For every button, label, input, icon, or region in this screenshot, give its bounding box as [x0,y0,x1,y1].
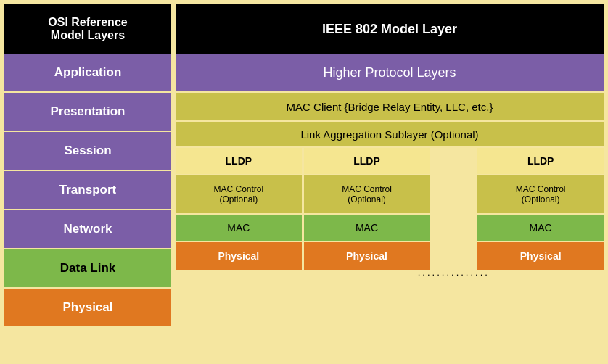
col3-physical: Physical [477,242,604,270]
col1-physical: Physical [176,242,302,270]
col3-mac: MAC [477,215,604,242]
ieee-col-3: LLDP MAC Control(Optional) MAC Physical [477,148,604,360]
osi-layer-physical: Physical [4,289,171,328]
ieee-col-2: LLDP MAC Control(Optional) MAC Physical [304,148,430,360]
col3-mac-control: MAC Control(Optional) [477,175,604,215]
dots-separator: ............... [432,148,475,360]
col1-lldp: LLDP [176,148,302,175]
ieee-header: IEEE 802 Model Layer [176,4,604,54]
ieee-higher-protocol: Higher Protocol Layers [176,54,604,93]
osi-layer-session: Session [4,132,171,171]
ieee-mac-client: MAC Client {Bridge Relay Entity, LLC, et… [176,93,604,122]
main-container: OSI Reference Model Layers Application P… [0,0,608,364]
ieee-grid-columns: LLDP MAC Control(Optional) MAC Physical … [176,148,604,360]
col2-physical: Physical [304,242,430,270]
osi-header-line2: Model Layers [48,29,127,42]
col3-lldp: LLDP [477,148,604,175]
osi-header: OSI Reference Model Layers [4,4,171,54]
col1-mac: MAC [176,215,302,242]
col2-mac: MAC [304,215,430,242]
ieee-col-1: LLDP MAC Control(Optional) MAC Physical [176,148,302,360]
ieee-link-aggregation: Link Aggregation Sublayer (Optional) [176,122,604,148]
col1-mac-control: MAC Control(Optional) [176,175,302,215]
col2-mac-control: MAC Control(Optional) [304,175,430,215]
osi-layer-presentation: Presentation [4,93,171,132]
osi-layer-transport: Transport [4,171,171,210]
osi-layer-application: Application [4,54,171,93]
osi-header-line1: OSI Reference [48,16,127,29]
ieee-column: IEEE 802 Model Layer Higher Protocol Lay… [176,4,604,360]
osi-layer-network: Network [4,210,171,249]
osi-layer-datalink: Data Link [4,249,171,289]
osi-column: OSI Reference Model Layers Application P… [4,4,171,360]
col2-lldp: LLDP [304,148,430,175]
